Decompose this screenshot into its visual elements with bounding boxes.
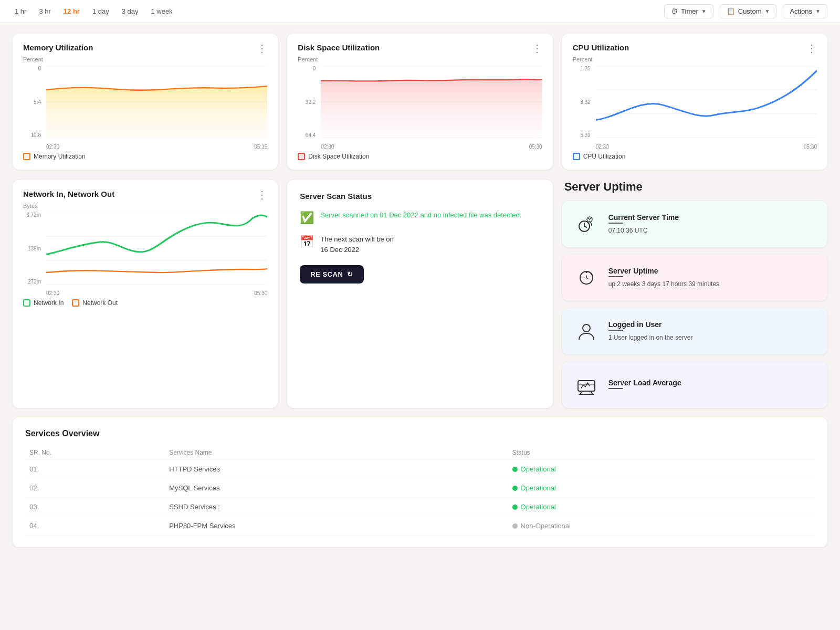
table-row: 02. MySQL Services Operational	[25, 479, 815, 498]
row-num: 04.	[25, 517, 165, 536]
network-out-label: Network Out	[82, 299, 118, 307]
disk-legend-box	[298, 153, 305, 160]
network-chart-area	[46, 212, 267, 285]
status-dot	[512, 505, 518, 510]
server-uptime-card: Server Uptime up 2 weeks 3 days 17 hours…	[562, 255, 827, 301]
scan-ok-section: ✅ Server scanned on 01 Dec 2022 and no i…	[300, 210, 540, 225]
row-service-name: HTTPD Services	[165, 460, 508, 479]
custom-icon: 📋	[727, 7, 735, 15]
network-menu[interactable]: ⋮	[257, 190, 267, 200]
row-service-name: SSHD Services :	[165, 498, 508, 517]
filter-1hr[interactable]: 1 hr	[13, 6, 28, 16]
status-dot	[512, 486, 518, 491]
col-status: Status	[508, 446, 815, 460]
cpu-legend: CPU Utilization	[573, 153, 817, 160]
memory-legend-box	[23, 153, 30, 160]
cpu-chart: 5.39 3.32 1.25 02:30 05:30	[573, 66, 817, 150]
memory-legend-label: Memory Utilization	[34, 153, 86, 160]
row-status: Operational	[508, 498, 815, 517]
scan-ok-icon: ✅	[300, 211, 314, 225]
row-status: Operational	[508, 460, 815, 479]
time-filter-group: 1 hr 3 hr 12 hr 1 day 3 day 1 week	[13, 6, 175, 16]
custom-chevron: ▼	[765, 8, 770, 14]
row-status: Non-Operational	[508, 517, 815, 536]
timer-label: Timer	[681, 7, 698, 15]
cpu-card: CPU Utilization ⋮ Percent 5.39 3.32 1.25	[562, 34, 827, 170]
col-srno: SR. No.	[25, 446, 165, 460]
metrics-row: Memory Utilization ⋮ Percent 10.8 5.4 0	[0, 23, 840, 180]
current-time-info: Current Server Time 07:10:36 UTC	[608, 213, 679, 235]
rescan-label: RE SCAN	[310, 270, 343, 278]
server-uptime-info: Server Uptime up 2 weeks 3 days 17 hours…	[608, 267, 719, 289]
network-title: Network In, Network Out	[23, 190, 114, 198]
status-dot	[512, 523, 518, 529]
svg-point-17	[583, 324, 590, 332]
scan-status-card: Server Scan Status ✅ Server scanned on 0…	[287, 180, 552, 408]
actions-label: Actions	[790, 7, 812, 15]
network-legend: Network In Network Out	[23, 299, 267, 307]
disk-card: Disk Space Utilization ⋮ Percent 64.4 32…	[287, 34, 552, 170]
uptime-icon	[573, 264, 600, 291]
current-time-value: 07:10:36 UTC	[608, 226, 679, 235]
uptime-section-title: Server Uptime	[562, 180, 827, 194]
row-num: 03.	[25, 498, 165, 517]
timer-button[interactable]: ⏱ Timer ▼	[664, 4, 713, 18]
memory-menu[interactable]: ⋮	[257, 43, 267, 54]
svg-rect-18	[578, 381, 595, 391]
rescan-button[interactable]: RE SCAN ↻	[300, 265, 364, 284]
disk-axis-x: 02:30 05:30	[321, 144, 542, 150]
custom-label: Custom	[738, 7, 762, 15]
row-service-name: PHP80-FPM Services	[165, 517, 508, 536]
disk-title: Disk Space Utilization	[298, 43, 380, 52]
network-in-box	[23, 299, 30, 307]
disk-legend-label: Disk Space Utilization	[308, 153, 369, 160]
cpu-axis-x: 02:30 05:30	[596, 144, 817, 150]
network-axis-x: 02:30 05:30	[46, 290, 267, 296]
cpu-menu[interactable]: ⋮	[806, 43, 817, 54]
scan-next-section: 📅 The next scan will be on 16 Dec 2022	[300, 234, 540, 255]
load-average-title: Server Load Average	[608, 379, 681, 387]
network-out-box	[72, 299, 79, 307]
row-num: 02.	[25, 479, 165, 498]
row-num: 01.	[25, 460, 165, 479]
cpu-legend-label: CPU Utilization	[583, 153, 626, 160]
memory-card: Memory Utilization ⋮ Percent 10.8 5.4 0	[13, 34, 278, 170]
network-card: Network In, Network Out ⋮ Bytes 273m 139…	[13, 180, 278, 408]
disk-axis-y: 64.4 32.2 0	[298, 66, 318, 138]
disk-chart-area	[321, 66, 542, 138]
filter-3day[interactable]: 3 day	[120, 6, 141, 16]
scan-next-text: The next scan will be on 16 Dec 2022	[320, 234, 393, 255]
filter-3hr[interactable]: 3 hr	[37, 6, 52, 16]
memory-legend-item: Memory Utilization	[23, 153, 86, 160]
filter-1day[interactable]: 1 day	[90, 6, 111, 16]
row-service-name: MySQL Services	[165, 479, 508, 498]
disk-ylabel: Percent	[298, 56, 542, 62]
server-uptime-title: Server Uptime	[608, 267, 719, 275]
services-card: Services Overview SR. No. Services Name …	[13, 417, 827, 547]
logged-user-title: Logged in User	[608, 320, 693, 329]
memory-chart: 10.8 5.4 0	[23, 66, 267, 150]
actions-button[interactable]: Actions ▼	[783, 4, 827, 18]
filter-12hr[interactable]: 12 hr	[61, 6, 82, 16]
timer-icon: ⏱	[671, 7, 678, 15]
network-in-label: Network In	[34, 299, 64, 307]
rescan-icon: ↻	[347, 270, 353, 278]
table-row: 04. PHP80-FPM Services Non-Operational	[25, 517, 815, 536]
memory-ylabel: Percent	[23, 56, 267, 62]
scan-title: Server Scan Status	[300, 192, 540, 201]
memory-chart-area	[46, 66, 267, 138]
filter-1week[interactable]: 1 week	[149, 6, 175, 16]
network-in-legend: Network In	[23, 299, 64, 307]
cpu-axis-y: 5.39 3.32 1.25	[573, 66, 593, 138]
services-table: SR. No. Services Name Status 01. HTTPD S…	[25, 446, 815, 536]
row-status: Operational	[508, 479, 815, 498]
services-section: Services Overview SR. No. Services Name …	[0, 417, 840, 560]
services-title: Services Overview	[25, 429, 815, 438]
disk-menu[interactable]: ⋮	[532, 43, 542, 54]
uptime-column: Server Uptime Current Server Time 07:10:…	[562, 180, 827, 408]
disk-legend: Disk Space Utilization	[298, 153, 542, 160]
custom-button[interactable]: 📋 Custom ▼	[720, 4, 777, 18]
table-row: 01. HTTPD Services Operational	[25, 460, 815, 479]
load-icon	[573, 371, 600, 398]
network-out-legend: Network Out	[72, 299, 118, 307]
